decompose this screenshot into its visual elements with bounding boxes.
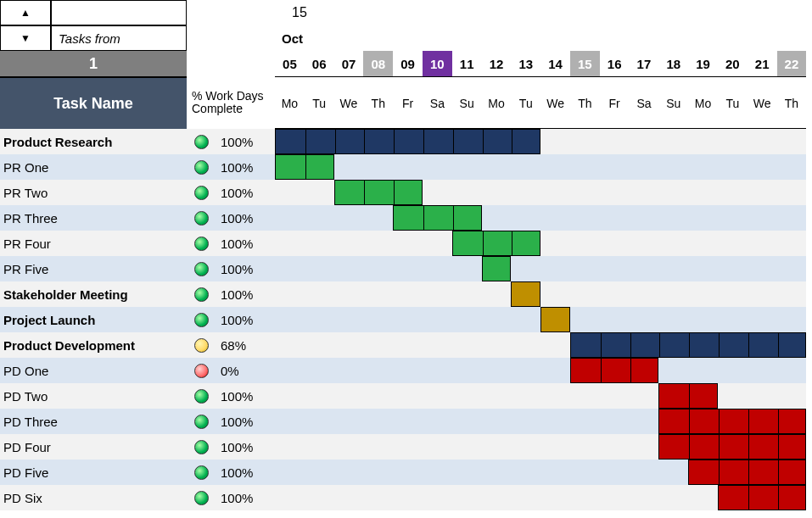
task-name[interactable]: PD Four: [0, 434, 187, 460]
gantt-bar[interactable]: [658, 409, 806, 434]
gantt-cell: [482, 281, 512, 307]
date-cell[interactable]: 14: [540, 51, 570, 76]
date-cell[interactable]: 17: [630, 51, 659, 76]
gantt-bar[interactable]: [393, 205, 481, 231]
gantt-cell: [423, 383, 452, 409]
task-row: PR Five100%: [0, 256, 812, 281]
date-cell[interactable]: 18: [658, 51, 688, 76]
gantt-cell: [630, 154, 659, 180]
gantt-bar[interactable]: [540, 307, 570, 332]
scroll-up-button[interactable]: ▲: [0, 0, 51, 25]
gantt-cell: [540, 154, 570, 180]
gantt-cell: [658, 485, 688, 510]
gantt-cell: [630, 281, 659, 307]
gantt-row: [275, 460, 806, 485]
gantt-cell: [658, 129, 688, 154]
gantt-cell: [511, 332, 540, 358]
gantt-cell: [600, 485, 630, 510]
gantt-cell: [305, 281, 334, 307]
gantt-cell: [540, 180, 570, 205]
gantt-cell: [363, 231, 393, 256]
gantt-bar[interactable]: [452, 231, 540, 256]
date-cell[interactable]: 05: [275, 51, 305, 76]
gantt-bar[interactable]: [570, 332, 806, 358]
gantt-cell: [540, 332, 570, 358]
gantt-cell: [600, 281, 630, 307]
date-cell[interactable]: 06: [305, 51, 334, 76]
dow-cell: Tu: [511, 77, 540, 130]
pct-complete: 0%: [216, 358, 275, 383]
gantt-cell: [658, 180, 688, 205]
date-cell[interactable]: 21: [748, 51, 777, 76]
gantt-bar[interactable]: [334, 180, 423, 205]
task-name[interactable]: Product Development: [0, 332, 187, 358]
task-name[interactable]: PD Six: [0, 485, 187, 510]
pct-complete: 100%: [216, 129, 275, 154]
gantt-cell: [363, 307, 393, 332]
date-cell[interactable]: 13: [511, 51, 540, 76]
dow-cell: Su: [452, 77, 482, 130]
task-name[interactable]: PR Four: [0, 231, 187, 256]
gantt-cell: [334, 307, 364, 332]
status-cell: [187, 434, 216, 460]
gantt-cell: [452, 409, 482, 434]
task-name[interactable]: PD Two: [0, 383, 187, 409]
gantt-cell: [423, 231, 452, 256]
date-cell[interactable]: 16: [600, 51, 630, 76]
gantt-cell: [688, 180, 718, 205]
gantt-body: Product Research100%PR One100%PR Two100%…: [0, 129, 812, 510]
gantt-cell: [600, 460, 630, 485]
gantt-bar[interactable]: [658, 434, 806, 460]
date-cell[interactable]: 11: [452, 51, 482, 76]
pct-complete: 100%: [216, 409, 275, 434]
gantt-cell: [658, 256, 688, 281]
gantt-bar[interactable]: [718, 485, 806, 510]
task-name[interactable]: PD One: [0, 358, 187, 383]
gantt-cell: [363, 154, 393, 180]
task-name[interactable]: PR Three: [0, 205, 187, 231]
gantt-cell: [748, 256, 777, 281]
gantt-cell: [275, 358, 305, 383]
task-name[interactable]: PR Five: [0, 256, 187, 281]
date-cell[interactable]: 10: [423, 51, 452, 76]
gantt-bar[interactable]: [688, 460, 806, 485]
task-name[interactable]: Stakeholder Meeting: [0, 281, 187, 307]
task-name[interactable]: Product Research: [0, 129, 187, 154]
gantt-cell: [777, 154, 807, 180]
task-name[interactable]: PD Five: [0, 460, 187, 485]
gantt-cell: [688, 129, 718, 154]
gantt-cell: [570, 256, 600, 281]
gantt-bar[interactable]: [275, 154, 334, 180]
date-cell[interactable]: 08: [363, 51, 393, 76]
gantt-cell: [363, 205, 393, 231]
gantt-cell: [334, 409, 364, 434]
task-name[interactable]: PR One: [0, 154, 187, 180]
gantt-cell: [363, 485, 393, 510]
gantt-cell: [600, 383, 630, 409]
gantt-cell: [275, 256, 305, 281]
gantt-bar[interactable]: [275, 129, 540, 154]
gantt-cell: [363, 256, 393, 281]
gantt-bar[interactable]: [511, 281, 540, 307]
gantt-bar[interactable]: [658, 383, 718, 409]
gantt-row: [275, 307, 806, 332]
task-name[interactable]: Project Launch: [0, 307, 187, 332]
gantt-cell: [511, 307, 540, 332]
date-cell[interactable]: 15: [570, 51, 600, 76]
gantt-cell: [275, 281, 305, 307]
gantt-cell: [718, 180, 748, 205]
task-name[interactable]: PR Two: [0, 180, 187, 205]
date-cell[interactable]: 22: [777, 51, 807, 76]
task-name[interactable]: PD Three: [0, 409, 187, 434]
date-cell[interactable]: 19: [688, 51, 718, 76]
date-cell[interactable]: 07: [334, 51, 364, 76]
gantt-bar[interactable]: [570, 358, 658, 383]
date-cell[interactable]: 12: [482, 51, 512, 76]
gantt-bar[interactable]: [482, 256, 512, 281]
date-cell[interactable]: 09: [393, 51, 423, 76]
gantt-cell: [718, 383, 748, 409]
gantt-cell: [275, 409, 305, 434]
date-cell[interactable]: 20: [718, 51, 748, 76]
scroll-down-button[interactable]: ▼: [0, 25, 51, 51]
gantt-cell: [452, 256, 482, 281]
